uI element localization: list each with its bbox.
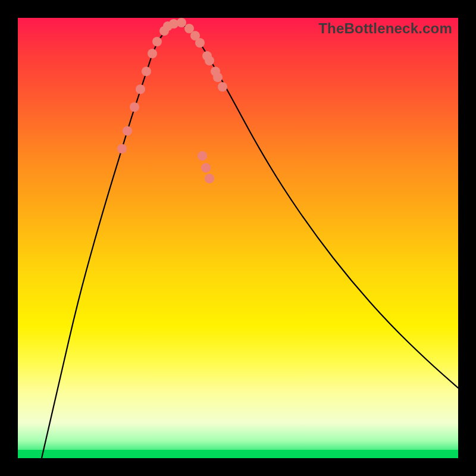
series-markers [117,18,227,183]
data-marker [152,37,162,46]
data-marker [136,84,145,94]
data-marker [205,56,214,65]
data-marker [213,73,223,82]
data-marker [195,38,205,48]
data-marker [148,49,157,58]
series-lines [42,23,458,458]
data-marker [198,151,207,161]
chart-svg [18,18,458,458]
data-marker [177,18,186,27]
data-marker [142,67,151,76]
series-left-branch [42,23,178,458]
data-marker [130,102,139,112]
data-marker [218,82,227,92]
data-marker [201,163,211,173]
chart-container: TheBottleneck.com [0,0,476,476]
plot-area: TheBottleneck.com [18,18,458,458]
data-marker [117,144,127,154]
data-marker [205,174,214,183]
data-marker [123,126,132,136]
